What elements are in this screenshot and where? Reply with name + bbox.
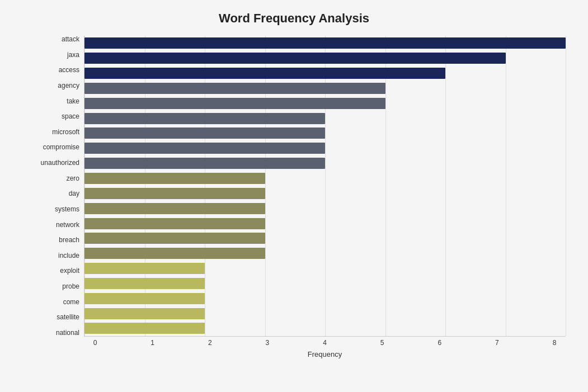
y-label: network (56, 221, 79, 228)
x-tick: 6 (429, 339, 451, 347)
x-tick: 7 (486, 339, 508, 347)
bar (84, 203, 265, 214)
x-tick: 8 (543, 339, 566, 347)
y-label: zero (67, 175, 79, 182)
y-label: satellite (57, 314, 79, 320)
bar-row (84, 216, 566, 231)
bars-section: attackjaxaaccessagencytakespacemicrosoft… (22, 36, 566, 336)
y-label: national (56, 329, 79, 336)
bar-row (84, 96, 566, 111)
bar (84, 37, 566, 49)
bar-row (84, 276, 566, 291)
bars-grid (84, 36, 566, 336)
bar (84, 293, 205, 304)
bar-row (84, 111, 566, 126)
y-label: day (69, 190, 79, 197)
bar (84, 323, 205, 334)
x-axis-label: Frequency (84, 350, 566, 358)
y-label: systems (55, 206, 79, 212)
bar (84, 127, 325, 139)
bar (84, 278, 205, 289)
bar (84, 113, 325, 124)
bar-row (84, 321, 566, 336)
y-labels: attackjaxaaccessagencytakespacemicrosoft… (22, 36, 84, 336)
x-tick: 3 (256, 339, 279, 347)
y-label: exploit (60, 267, 79, 274)
y-label: come (63, 299, 79, 305)
x-tick: 5 (371, 339, 393, 347)
bar-row (84, 201, 566, 216)
y-label: take (67, 98, 79, 105)
bar (84, 248, 265, 259)
bar-row (84, 66, 566, 81)
bar (84, 308, 205, 319)
chart-container: Word Frequency Analysis attackjaxaaccess… (0, 0, 588, 392)
y-label: include (58, 252, 79, 259)
grid-line (566, 36, 566, 336)
bar (84, 173, 265, 184)
bar (84, 53, 506, 64)
y-label: breach (59, 237, 79, 243)
x-tick: 0 (84, 339, 106, 347)
y-label: attack (62, 36, 79, 42)
chart-area: attackjaxaaccessagencytakespacemicrosoft… (22, 36, 566, 358)
bar-row (84, 291, 566, 306)
bar-row (84, 81, 566, 96)
chart-title: Word Frequency Analysis (22, 11, 566, 26)
x-tick: 2 (199, 339, 221, 347)
bar (84, 68, 445, 79)
y-label: agency (58, 82, 79, 89)
bar (84, 188, 265, 199)
bar-row (84, 186, 566, 201)
bar-row (84, 141, 566, 156)
y-label: unauthorized (41, 159, 79, 166)
bar (84, 98, 385, 109)
bar-row (84, 36, 566, 51)
bar-row (84, 246, 566, 261)
bar-row (84, 51, 566, 66)
y-label: compromise (43, 144, 79, 150)
x-ticks: 012345678 (84, 336, 566, 347)
bar (84, 233, 265, 244)
y-label: probe (62, 283, 79, 290)
bar-row (84, 231, 566, 246)
y-label: access (59, 67, 79, 73)
bar-row (84, 306, 566, 321)
x-tick: 1 (142, 339, 164, 347)
y-label: space (62, 113, 79, 120)
y-label: jaxa (67, 51, 79, 58)
x-tick: 4 (314, 339, 336, 347)
bar (84, 218, 265, 229)
bar (84, 263, 205, 274)
bar-row (84, 261, 566, 276)
bar (84, 143, 325, 154)
bar-row (84, 156, 566, 171)
bar-row (84, 171, 566, 186)
x-axis-section: 012345678 Frequency (84, 336, 566, 358)
bar (84, 158, 325, 169)
bar-row (84, 126, 566, 141)
bar (84, 83, 385, 94)
y-label: microsoft (52, 129, 79, 135)
